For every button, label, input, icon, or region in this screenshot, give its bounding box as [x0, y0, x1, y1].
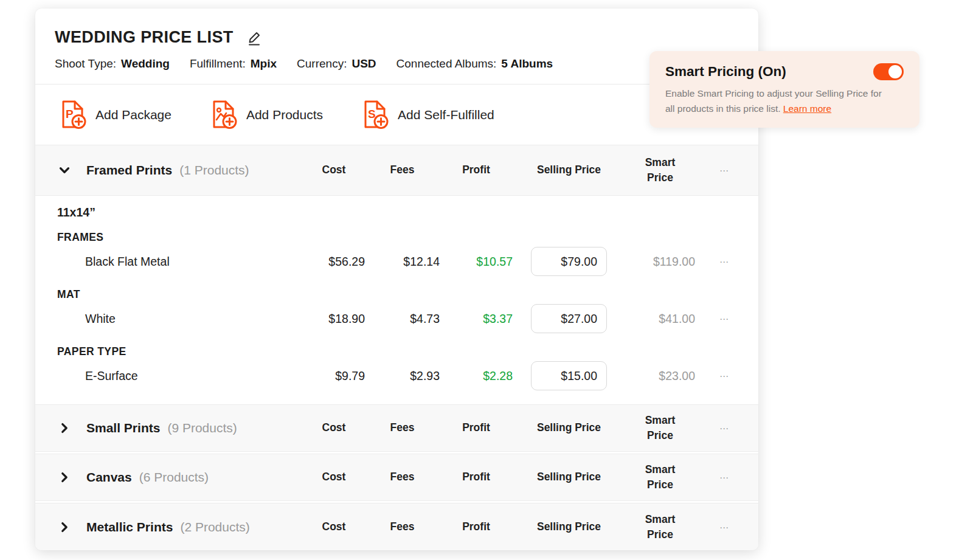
- column-header-selling-price: Selling Price: [513, 420, 625, 435]
- smart-price-value: $41.00: [625, 312, 695, 326]
- column-header-fees: Fees: [365, 469, 440, 485]
- column-header-fees: Fees: [365, 420, 440, 435]
- smart-pricing-title: Smart Pricing (On): [665, 64, 786, 80]
- section-title: Small Prints: [86, 421, 160, 435]
- fees-value: $2.93: [365, 369, 440, 383]
- section-title: Metallic Prints: [86, 520, 173, 534]
- profit-value: $3.37: [440, 312, 513, 326]
- column-header-cost: Cost: [303, 162, 365, 178]
- column-header-smart-price: Smart Price: [641, 413, 680, 444]
- product-row-e-surface: E-Surface $9.79 $2.93 $2.28 $23.00 ⋯: [35, 360, 758, 392]
- column-header-profit: Profit: [440, 162, 513, 178]
- profit-value: $10.57: [440, 255, 513, 269]
- column-header-cost: Cost: [303, 420, 365, 435]
- product-name: White: [35, 312, 303, 326]
- section-count: (9 Products): [167, 421, 237, 435]
- section-header-metallic-prints[interactable]: Metallic Prints (2 Products) Cost Fees P…: [35, 503, 758, 550]
- group-label-paper-type: PAPER TYPE: [35, 345, 758, 359]
- section-count: (2 Products): [180, 520, 249, 534]
- section-title: Framed Prints: [86, 163, 172, 178]
- selling-price-input[interactable]: [531, 247, 607, 276]
- document-image-plus-icon: [209, 100, 238, 130]
- selling-price-input[interactable]: [531, 304, 607, 333]
- group-label-frames: FRAMES: [35, 231, 758, 244]
- add-package-label: Add Package: [95, 108, 171, 122]
- price-list-meta: Shoot Type: Wedding Fulfillment: Mpix Cu…: [55, 57, 736, 84]
- column-header-cost: Cost: [303, 519, 365, 534]
- product-name: E-Surface: [35, 369, 303, 383]
- learn-more-link[interactable]: Learn more: [783, 103, 831, 114]
- section-count: (6 Products): [139, 470, 209, 485]
- column-header-profit: Profit: [440, 469, 513, 485]
- column-header-smart-price: Smart Price: [641, 512, 680, 543]
- meta-fulfillment: Fulfillment: Mpix: [190, 57, 277, 71]
- smart-pricing-card: Smart Pricing (On) Enable Smart Pricing …: [649, 51, 919, 128]
- section-header-small-prints[interactable]: Small Prints (9 Products) Cost Fees Prof…: [35, 404, 758, 452]
- column-header-profit: Profit: [440, 420, 513, 435]
- row-menu-icon[interactable]: ⋯: [719, 314, 758, 323]
- chevron-down-icon[interactable]: [58, 164, 71, 177]
- product-row-black-flat-metal: Black Flat Metal $56.29 $12.14 $10.57 $1…: [35, 246, 758, 277]
- section-header-canvas[interactable]: Canvas (6 Products) Cost Fees Profit Sel…: [35, 454, 758, 501]
- meta-currency: Currency: USD: [297, 57, 376, 71]
- meta-connected-albums: Connected Albums: 5 Albums: [396, 57, 553, 71]
- group-label-mat: MAT: [35, 288, 758, 302]
- column-header-smart-price: Smart Price: [641, 462, 680, 493]
- toggle-knob: [888, 65, 902, 78]
- column-header-smart-price: Smart Price: [641, 155, 680, 186]
- smart-price-value: $119.00: [625, 255, 695, 269]
- row-menu-icon[interactable]: ⋯: [719, 257, 758, 266]
- add-products-label: Add Products: [246, 108, 323, 122]
- pencil-edit-icon: [246, 29, 263, 46]
- cost-value: $18.90: [303, 312, 365, 326]
- chevron-right-icon[interactable]: [58, 421, 71, 435]
- edit-title-button[interactable]: [246, 29, 263, 46]
- chevron-right-icon[interactable]: [58, 471, 71, 484]
- smart-pricing-description: Enable Smart Pricing to adjust your Sell…: [665, 86, 892, 117]
- selling-price-input[interactable]: [531, 361, 607, 390]
- product-name: Black Flat Metal: [35, 255, 303, 269]
- section-menu-icon[interactable]: ⋯: [719, 166, 758, 175]
- section-menu-icon[interactable]: ⋯: [719, 473, 758, 482]
- column-header-selling-price: Selling Price: [513, 519, 625, 534]
- smart-price-value: $23.00: [625, 369, 695, 383]
- meta-shoot-type: Shoot Type: Wedding: [55, 57, 170, 71]
- cost-value: $9.79: [303, 369, 365, 383]
- add-package-button[interactable]: P Add Package: [58, 100, 171, 130]
- column-header-selling-price: Selling Price: [513, 469, 625, 485]
- smart-pricing-toggle[interactable]: [873, 63, 904, 80]
- column-header-cost: Cost: [303, 469, 365, 485]
- column-header-fees: Fees: [365, 162, 440, 178]
- chevron-right-icon[interactable]: [58, 520, 71, 534]
- page-title: WEDDING PRICE LIST: [55, 28, 234, 47]
- section-header-framed-prints[interactable]: Framed Prints (1 Products) Cost Fees Pro…: [35, 145, 758, 196]
- fees-value: $12.14: [365, 255, 440, 269]
- document-s-plus-icon: S: [361, 100, 389, 130]
- cost-value: $56.29: [303, 255, 365, 269]
- add-self-fulfilled-button[interactable]: S Add Self-Fulfilled: [361, 100, 494, 130]
- column-header-profit: Profit: [440, 519, 513, 534]
- column-header-fees: Fees: [365, 519, 440, 534]
- section-menu-icon[interactable]: ⋯: [719, 424, 758, 433]
- add-products-button[interactable]: Add Products: [209, 100, 323, 130]
- section-menu-icon[interactable]: ⋯: [719, 523, 758, 532]
- product-row-white: White $18.90 $4.73 $3.37 $41.00 ⋯: [35, 303, 758, 334]
- add-self-fulfilled-label: Add Self-Fulfilled: [398, 108, 494, 122]
- section-title: Canvas: [86, 470, 132, 485]
- section-count: (1 Products): [179, 163, 249, 178]
- profit-value: $2.28: [440, 369, 513, 383]
- framed-prints-body: 11x14” FRAMES Black Flat Metal $56.29 $1…: [35, 196, 758, 398]
- fees-value: $4.73: [365, 312, 440, 326]
- product-size-label: 11x14”: [35, 206, 758, 220]
- row-menu-icon[interactable]: ⋯: [719, 372, 758, 381]
- column-header-selling-price: Selling Price: [513, 162, 625, 178]
- document-p-plus-icon: P: [58, 100, 87, 130]
